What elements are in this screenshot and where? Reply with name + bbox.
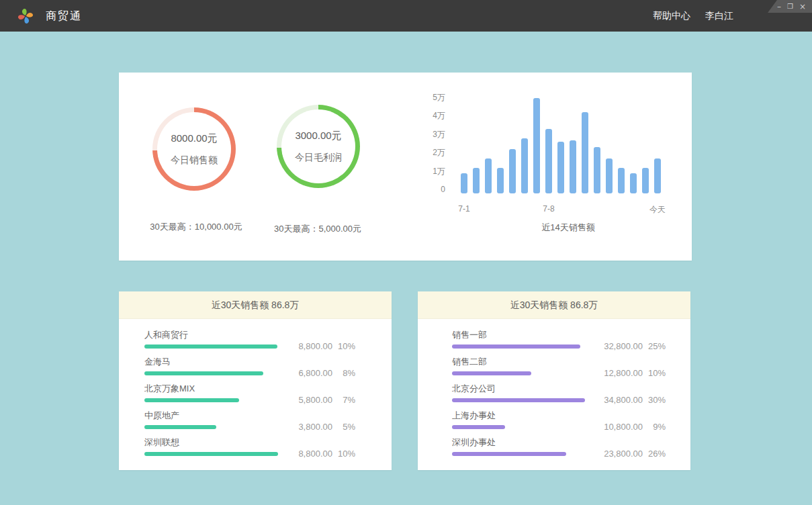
window-controls: – ❐ × bbox=[768, 0, 812, 13]
y-tick-label: 1万 bbox=[416, 167, 445, 176]
customer-rank-body: 人和商贸行8,800.0010%金海马6,800.008%北京万象MIX5,80… bbox=[119, 319, 392, 456]
rank-value: 12,800.0010% bbox=[594, 368, 666, 378]
rank-name: 上海办事处 bbox=[452, 410, 690, 421]
rank-amount: 8,800.00 bbox=[284, 341, 332, 351]
daily-sales-chart: 近14天销售额 5万4万3万2万1万07-17-8今天 bbox=[119, 73, 692, 261]
rank-bar bbox=[144, 398, 239, 402]
sales-bar bbox=[461, 173, 467, 193]
rank-value: 5,800.007% bbox=[284, 395, 355, 405]
rank-value: 10,800.009% bbox=[594, 422, 666, 432]
help-center-link[interactable]: 帮助中心 bbox=[653, 0, 690, 32]
sales-bar bbox=[533, 98, 540, 193]
daily-sales-chart-title: 近14天销售额 bbox=[541, 222, 594, 234]
x-tick-label: 今天 bbox=[649, 204, 666, 216]
rank-bar bbox=[144, 425, 216, 429]
rank-percent: 7% bbox=[332, 395, 355, 405]
rank-bar bbox=[144, 345, 277, 349]
sales-bar bbox=[557, 142, 564, 193]
titlebar: 商贸通 帮助中心 李白江 – ❐ × bbox=[0, 0, 812, 32]
maximize-button[interactable]: ❐ bbox=[787, 3, 793, 11]
rank-row: 销售二部12,800.0010% bbox=[452, 357, 690, 375]
rank-bar bbox=[452, 425, 505, 429]
sales-bar bbox=[582, 112, 588, 193]
rank-row: 深圳办事处23,800.0026% bbox=[452, 437, 690, 456]
rank-value: 32,800.0025% bbox=[594, 341, 666, 351]
y-tick-label: 2万 bbox=[416, 148, 445, 157]
rank-name: 深圳联想 bbox=[144, 437, 392, 448]
x-tick-label: 7-1 bbox=[458, 204, 469, 214]
rank-name: 中原地产 bbox=[144, 410, 392, 421]
rank-percent: 26% bbox=[643, 449, 666, 459]
rank-amount: 3,800.00 bbox=[284, 422, 332, 432]
username-menu[interactable]: 李白江 bbox=[705, 0, 733, 32]
rank-name: 深圳办事处 bbox=[452, 437, 690, 448]
rank-percent: 8% bbox=[332, 368, 355, 378]
rank-value: 6,800.008% bbox=[284, 368, 355, 378]
sales-bar bbox=[618, 168, 625, 193]
rank-row: 上海办事处10,800.009% bbox=[452, 410, 690, 429]
rank-amount: 32,800.00 bbox=[594, 341, 643, 351]
department-rank-body: 销售一部32,800.0025%销售二部12,800.0010%北京分公司34,… bbox=[418, 319, 690, 456]
minimize-button[interactable]: – bbox=[777, 3, 781, 11]
rank-row: 销售一部32,800.0025% bbox=[452, 330, 690, 349]
y-tick-label: 3万 bbox=[416, 130, 445, 139]
rank-value: 23,800.0026% bbox=[594, 449, 666, 459]
rank-bar bbox=[452, 452, 566, 456]
sales-bar bbox=[594, 147, 600, 193]
rank-percent: 25% bbox=[643, 341, 666, 351]
rank-amount: 5,800.00 bbox=[284, 395, 332, 405]
rank-row: 深圳联想8,800.0010% bbox=[144, 437, 392, 456]
rank-bar bbox=[452, 398, 585, 402]
rank-value: 3,800.005% bbox=[284, 422, 355, 432]
rank-name: 销售一部 bbox=[452, 330, 690, 340]
rank-value: 34,800.0030% bbox=[594, 395, 666, 405]
rank-value: 8,800.0010% bbox=[284, 341, 355, 351]
overview-card: 8000.00元 今日销售额 3000.00元 今日毛利润 30天最高：10,0… bbox=[119, 73, 692, 261]
app-logo-pinwheel-icon bbox=[15, 5, 36, 27]
sales-bar bbox=[606, 158, 613, 193]
close-button[interactable]: × bbox=[799, 3, 806, 11]
rank-bar bbox=[452, 345, 580, 349]
rank-amount: 34,800.00 bbox=[594, 395, 643, 405]
sales-bar bbox=[521, 138, 528, 193]
rank-amount: 6,800.00 bbox=[284, 368, 332, 378]
daily-sales-bars bbox=[461, 97, 661, 193]
y-tick-label: 4万 bbox=[416, 111, 445, 120]
x-tick-label: 7-8 bbox=[543, 204, 554, 214]
rank-bar bbox=[144, 452, 278, 456]
rank-percent: 5% bbox=[332, 422, 355, 432]
rank-amount: 10,800.00 bbox=[594, 422, 643, 432]
rank-bar bbox=[144, 371, 263, 375]
rank-row: 人和商贸行8,800.0010% bbox=[144, 330, 392, 349]
rank-percent: 9% bbox=[643, 422, 666, 432]
rank-percent: 30% bbox=[643, 395, 666, 405]
rank-percent: 10% bbox=[332, 449, 355, 459]
rank-name: 销售二部 bbox=[452, 357, 690, 367]
rank-value: 8,800.0010% bbox=[284, 449, 355, 459]
rank-name: 北京万象MIX bbox=[144, 383, 392, 394]
sales-bar bbox=[630, 173, 637, 193]
rank-amount: 23,800.00 bbox=[594, 449, 643, 459]
sales-bar bbox=[570, 140, 576, 193]
sales-bar bbox=[642, 168, 649, 193]
rank-name: 金海马 bbox=[144, 357, 392, 367]
sales-bar bbox=[497, 168, 504, 193]
y-tick-label: 5万 bbox=[416, 93, 445, 102]
rank-percent: 10% bbox=[643, 368, 666, 378]
sales-bar bbox=[545, 129, 552, 193]
rank-percent: 10% bbox=[332, 341, 355, 351]
rank-row: 北京万象MIX5,800.007% bbox=[144, 383, 392, 402]
rank-amount: 8,800.00 bbox=[284, 449, 332, 459]
rank-name: 人和商贸行 bbox=[144, 330, 392, 340]
department-rank-title: 近30天销售额 86.8万 bbox=[418, 291, 690, 319]
sales-bar bbox=[485, 158, 492, 193]
rank-bar bbox=[452, 371, 531, 375]
customer-rank-title: 近30天销售额 86.8万 bbox=[119, 291, 392, 319]
rank-row: 中原地产3,800.005% bbox=[144, 410, 392, 429]
desktop-app-window: { "titlebar": { "app_title": "商贸通", "hel… bbox=[0, 0, 812, 505]
rank-row: 北京分公司34,800.0030% bbox=[452, 383, 690, 402]
rank-amount: 12,800.00 bbox=[594, 368, 643, 378]
y-tick-label: 0 bbox=[416, 185, 445, 194]
rank-row: 金海马6,800.008% bbox=[144, 357, 392, 375]
sales-bar bbox=[654, 158, 661, 193]
